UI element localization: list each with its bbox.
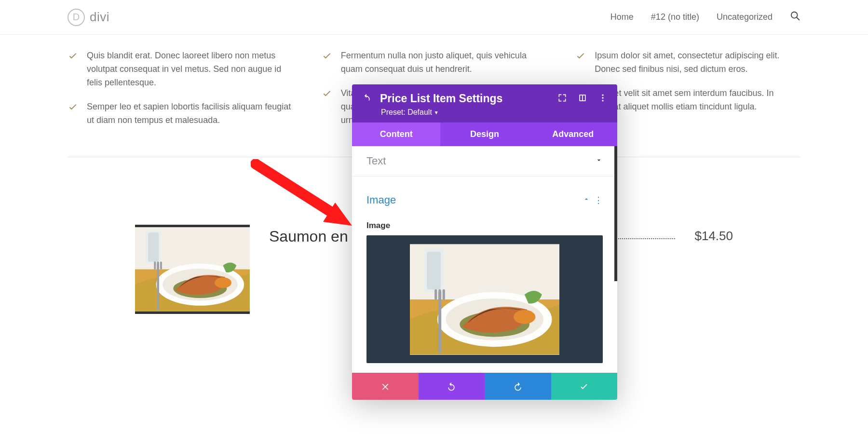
blurb-text: Semper leo et sapien lobortis facilisis …	[87, 100, 293, 127]
logo[interactable]: D divi	[68, 9, 109, 26]
expand-icon[interactable]	[557, 93, 567, 105]
field-label-image: Image	[352, 215, 617, 235]
check-icon	[68, 50, 78, 90]
blurb-item: Fermentum nulla non justo aliquet, quis …	[322, 49, 547, 76]
blurb-text: Quis blandit erat. Donec laoreet libero …	[87, 49, 293, 90]
price-item-thumbnail[interactable]	[135, 225, 250, 314]
chevron-down-icon	[595, 156, 603, 166]
modal-header: Price List Item Settings Preset: Default…	[352, 84, 617, 122]
modal-title: Price List Item Settings	[380, 92, 549, 105]
modal-body: Text Image ⋮ Image	[352, 146, 617, 363]
tab-design[interactable]: Design	[440, 122, 529, 146]
preset-selector[interactable]: Preset: Default ▼	[381, 108, 608, 117]
nav-item-12[interactable]: #12 (no title)	[651, 12, 699, 22]
save-button[interactable]	[551, 373, 618, 400]
svg-point-11	[602, 97, 603, 98]
nav-uncategorized[interactable]: Uncategorized	[717, 12, 773, 22]
back-icon[interactable]	[362, 93, 371, 105]
site-header: D divi Home #12 (no title) Uncategorized	[0, 0, 868, 35]
image-preview	[410, 244, 559, 355]
search-icon[interactable]	[790, 11, 800, 24]
svg-point-12	[602, 100, 603, 101]
more-icon[interactable]	[598, 93, 608, 105]
preset-label: Preset: Default	[381, 108, 432, 117]
modal-tabs: Content Design Advanced	[352, 122, 617, 146]
caret-down-icon: ▼	[434, 110, 439, 115]
modal-footer	[352, 373, 617, 400]
logo-mark: D	[68, 9, 85, 26]
section-title-text: Text	[366, 155, 386, 167]
check-icon	[322, 50, 332, 76]
blurb-item: Ipsum dolor sit amet, consectetur adipis…	[575, 49, 800, 76]
check-icon	[322, 88, 332, 127]
blurb-text: Ipsum dolor sit amet, consectetur adipis…	[595, 49, 800, 76]
section-more-icon[interactable]: ⋮	[594, 195, 603, 205]
settings-modal: Price List Item Settings Preset: Default…	[352, 84, 617, 400]
cancel-button[interactable]	[352, 373, 419, 400]
blurb-item: Quis blandit erat. Donec laoreet libero …	[68, 49, 293, 90]
check-icon	[68, 101, 78, 127]
undo-button[interactable]	[419, 373, 485, 400]
primary-nav: Home #12 (no title) Uncategorized	[610, 11, 800, 24]
scrollbar[interactable]	[614, 146, 617, 281]
svg-point-10	[602, 94, 603, 95]
svg-line-9	[797, 17, 800, 20]
responsive-icon[interactable]	[578, 93, 587, 105]
price-item-amount: $14.50	[694, 229, 733, 244]
tab-content[interactable]: Content	[352, 122, 440, 146]
section-title-image: Image	[366, 194, 396, 206]
logo-text: divi	[90, 10, 109, 25]
blurb-text: Fermentum nulla non justo aliquet, quis …	[341, 49, 547, 76]
redo-button[interactable]	[485, 373, 551, 400]
blurb-item: Semper leo et sapien lobortis facilisis …	[68, 100, 293, 127]
chevron-up-icon	[583, 195, 590, 205]
nav-home[interactable]: Home	[610, 12, 634, 22]
section-text[interactable]: Text	[352, 146, 617, 176]
section-image[interactable]: Image ⋮	[352, 176, 617, 215]
image-upload-well[interactable]	[366, 235, 603, 363]
check-icon	[575, 50, 586, 76]
tab-advanced[interactable]: Advanced	[529, 122, 617, 146]
blurb-text: Aliquet velit sit amet sem interdum fauc…	[595, 87, 800, 114]
